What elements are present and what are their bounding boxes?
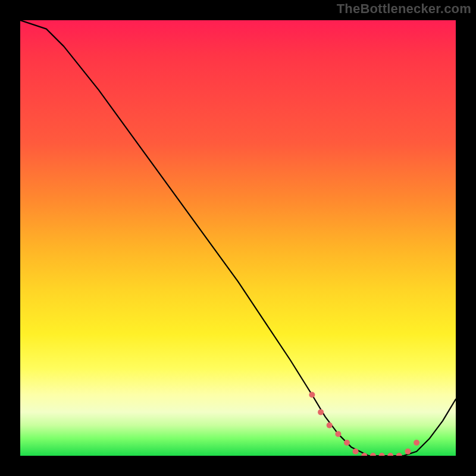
marker-dot [414,440,419,446]
chart-frame: TheBottlenecker.com [0,0,476,476]
marker-dot [396,453,402,456]
marker-dot [344,440,350,446]
curve-line [20,20,456,456]
marker-dot [387,453,393,456]
marker-dot [405,449,411,455]
marker-dot [353,449,359,455]
marker-dot [318,409,324,415]
bottleneck-curve [20,20,456,456]
marker-dot [327,422,333,428]
marker-dot [335,431,341,437]
plot-area [20,20,456,456]
marker-dot [309,392,315,398]
watermark-text: TheBottlenecker.com [337,1,471,17]
marker-dot [370,453,376,456]
curve-markers [309,392,419,456]
marker-dot [379,453,385,456]
